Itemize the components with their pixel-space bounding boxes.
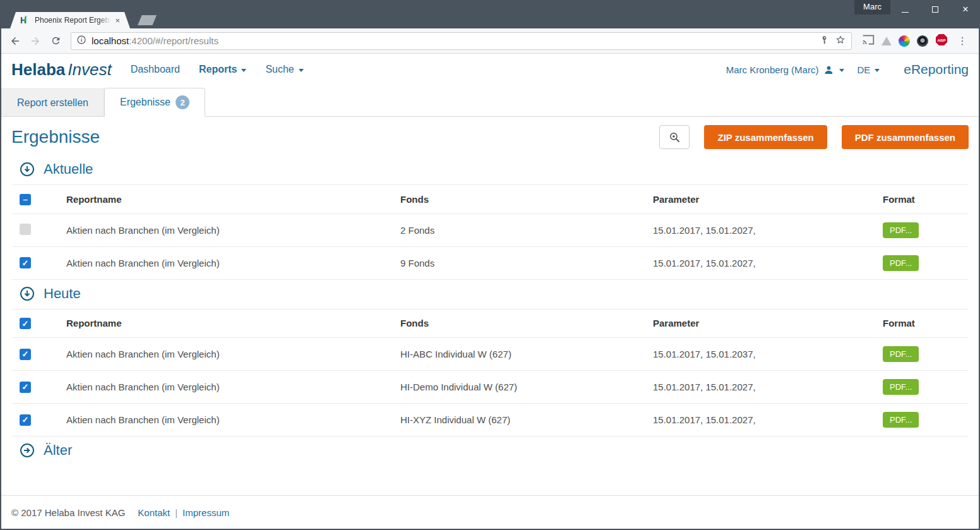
row-checkbox[interactable]: ✓ <box>20 382 31 393</box>
maximize-button[interactable] <box>928 4 942 15</box>
pdf-download-button[interactable]: PDF... <box>883 412 919 428</box>
section-table: – Reportname Fonds Parameter Format Akti… <box>11 184 969 280</box>
zip-zusammenfassen-button[interactable]: ZIP zusammenfassen <box>704 125 827 149</box>
row-checkbox[interactable]: ✓ <box>20 257 31 268</box>
cell-reportname: Aktien nach Branchen (im Vergleich) <box>66 246 400 279</box>
cell-reportname: Aktien nach Branchen (im Vergleich) <box>66 371 400 404</box>
section-expand-icon <box>20 286 35 301</box>
section-expand-icon <box>20 443 35 458</box>
app-header: HelabaInvest Dashboard Reports Suche Mar… <box>1 54 979 85</box>
nav-item-dashboard[interactable]: Dashboard <box>131 64 180 75</box>
pdf-download-button[interactable]: PDF... <box>883 346 919 362</box>
section-title: Älter <box>44 442 72 459</box>
results-count-badge: 2 <box>176 95 189 109</box>
language-selector[interactable]: DE <box>857 64 880 75</box>
user-menu[interactable]: Marc Kronberg (Marc) <box>726 64 845 75</box>
pdf-download-button[interactable]: PDF... <box>883 255 919 271</box>
helaba-invest-logo[interactable]: HelabaInvest <box>11 60 112 80</box>
drive-extension-icon[interactable] <box>881 37 892 45</box>
pdf-zusammenfassen-button[interactable]: PDF zusammenfassen <box>842 125 969 149</box>
row-checkbox[interactable]: ✓ <box>20 349 31 360</box>
chevron-down-icon <box>839 69 844 72</box>
lens-extension-icon[interactable] <box>917 35 928 47</box>
kontakt-link[interactable]: Kontakt <box>138 507 170 518</box>
section-table: ✓ Reportname Fonds Parameter Format ✓ Ak… <box>11 309 969 437</box>
column-header-reportname: Reportname <box>66 309 400 338</box>
table-row: ✓ Aktien nach Branchen (im Vergleich) HI… <box>11 371 969 404</box>
page-title: Ergebnisse <box>11 127 659 147</box>
chevron-down-icon <box>299 69 304 72</box>
minimize-button[interactable] <box>898 4 912 15</box>
select-all-checkbox[interactable]: – <box>20 194 31 205</box>
main-content: Ergebnisse ZIP zusammenfassen PDF zusamm… <box>1 117 979 495</box>
table-row: Aktien nach Branchen (im Vergleich) 2 Fo… <box>11 214 969 246</box>
colorwheel-extension-icon[interactable] <box>899 35 910 47</box>
table-row: ✓ Aktien nach Branchen (im Vergleich) HI… <box>11 338 969 371</box>
back-icon[interactable] <box>6 32 24 50</box>
column-header-fonds: Fonds <box>400 185 653 214</box>
select-all-checkbox[interactable]: ✓ <box>20 318 31 329</box>
adblock-plus-icon[interactable]: ABP <box>935 33 948 49</box>
browser-tab-title: Phoenix Report Ergebnis <box>35 16 111 25</box>
section-toggle[interactable]: Heute <box>11 280 969 309</box>
cast-icon[interactable] <box>862 34 875 48</box>
column-header-fonds: Fonds <box>400 309 653 338</box>
section-title: Heute <box>44 286 81 302</box>
browser-toolbar: localhost:4200/#/report/results ABP ⋮ <box>1 28 979 54</box>
nav-item-suche[interactable]: Suche <box>265 64 303 75</box>
column-header-format: Format <box>883 185 969 214</box>
app-tabstrip: Report erstellen Ergebnisse 2 <box>1 85 979 117</box>
cell-reportname: Aktien nach Branchen (im Vergleich) <box>66 404 400 437</box>
section-expand-icon <box>20 162 35 177</box>
user-icon <box>823 64 834 75</box>
cell-fonds: HI-ABC Individual W (627) <box>400 338 653 371</box>
column-header-format: Format <box>883 309 969 338</box>
page-info-icon[interactable] <box>76 35 87 47</box>
table-row: ✓ Aktien nach Branchen (im Vergleich) 9 … <box>11 246 969 279</box>
tab-close-icon[interactable]: × <box>115 16 120 25</box>
password-key-icon[interactable] <box>820 35 830 47</box>
browser-profile-badge[interactable]: Marc <box>854 0 890 15</box>
cell-fonds: 2 Fonds <box>400 214 653 246</box>
column-header-parameter: Parameter <box>653 185 883 214</box>
window-controls: × <box>898 4 972 15</box>
browser-tab[interactable]: H/ Phoenix Report Ergebnis × <box>10 12 130 28</box>
cell-parameter: 15.01.2017, 15.01.2027, <box>653 246 883 279</box>
browser-window: H/ Phoenix Report Ergebnis × Marc × loca… <box>0 0 980 530</box>
close-button[interactable]: × <box>959 4 972 15</box>
new-tab-button[interactable] <box>138 15 157 25</box>
browser-menu-icon[interactable]: ⋮ <box>955 35 970 47</box>
table-row: ✓ Aktien nach Branchen (im Vergleich) HI… <box>11 404 969 437</box>
cell-parameter: 15.01.2017, 15.01.2027, <box>653 371 883 404</box>
section-toggle[interactable]: Älter <box>11 437 969 466</box>
nav-item-reports[interactable]: Reports <box>199 64 246 75</box>
pdf-download-button[interactable]: PDF... <box>883 379 919 395</box>
table-header-row: ✓ Reportname Fonds Parameter Format <box>11 309 969 338</box>
pdf-download-button[interactable]: PDF... <box>883 222 919 238</box>
row-checkbox[interactable] <box>20 224 31 235</box>
browser-titlebar: H/ Phoenix Report Ergebnis × Marc × <box>1 0 979 28</box>
footer-separator: | <box>175 507 177 518</box>
reload-icon[interactable] <box>47 32 64 50</box>
tab-report-erstellen[interactable]: Report erstellen <box>1 88 104 116</box>
cell-fonds: HI-XYZ Individual W (627) <box>400 404 653 437</box>
cell-parameter: 15.01.2017, 15.01.2037, <box>653 338 883 371</box>
tab-ergebnisse[interactable]: Ergebnisse 2 <box>104 88 205 117</box>
app-footer: © 2017 Helaba Invest KAG Kontakt | Impre… <box>1 495 979 529</box>
cell-parameter: 15.01.2017, 15.01.2027, <box>653 214 883 246</box>
svg-text:ABP: ABP <box>937 38 945 42</box>
impressum-link[interactable]: Impressum <box>182 507 229 518</box>
section-toggle[interactable]: Aktuelle <box>11 155 969 184</box>
header-right: Marc Kronberg (Marc) DE eReporting <box>726 62 969 77</box>
zoom-preview-button[interactable] <box>659 125 690 149</box>
forward-icon[interactable] <box>27 32 44 50</box>
chevron-down-icon <box>241 69 246 72</box>
url-text: localhost:4200/#/report/results <box>92 35 218 46</box>
bookmark-star-icon[interactable] <box>835 34 846 48</box>
address-bar[interactable]: localhost:4200/#/report/results <box>71 32 852 50</box>
report-section: Aktuelle – Reportname Fonds Parameter Fo… <box>11 155 969 280</box>
cell-fonds: 9 Fonds <box>400 246 653 279</box>
extension-icons: ABP ⋮ <box>858 33 974 49</box>
cell-parameter: 15.01.2017, 15.01.2027, <box>653 404 883 437</box>
row-checkbox[interactable]: ✓ <box>20 414 31 426</box>
